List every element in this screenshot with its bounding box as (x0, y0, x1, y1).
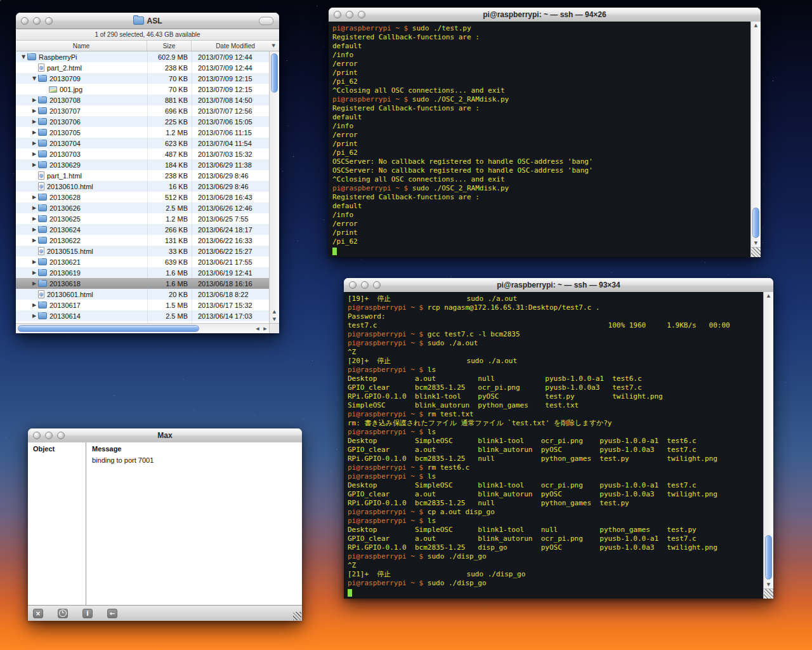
terminal-window-bottom[interactable]: pi@raspberrypi: ~ — ssh — 93×34 [19]+ 停止… (344, 278, 773, 599)
file-row[interactable]: ▼RaspberryPi602.9 MB2013/07/09 12:44 (16, 51, 269, 62)
file-size: 696 KB (147, 107, 192, 115)
scroll-left-icon[interactable]: ◀ (254, 324, 261, 333)
minimize-button[interactable] (346, 11, 353, 18)
file-row[interactable]: @20130515.html33 KB2013/06/22 15:27 (16, 246, 269, 256)
file-row[interactable]: 001.jpg70 KB2013/07/09 12:15 (16, 84, 269, 95)
zoom-button[interactable] (373, 281, 381, 289)
toolbar-toggle-button[interactable] (259, 17, 273, 25)
scroll-up-icon[interactable]: ▲ (751, 22, 761, 29)
file-row[interactable]: ▶201306262.5 MB2013/06/26 12:46 (16, 202, 269, 213)
file-row[interactable]: @part_1.html238 KB2013/06/29 8:46 (16, 170, 269, 181)
file-row[interactable]: ▶20130708881 KB2013/07/08 14:50 (16, 95, 269, 105)
file-row[interactable]: ▶20130624266 KB2013/06/24 18:17 (16, 224, 269, 235)
zoom-button[interactable] (45, 17, 53, 25)
terminal-bottom-content[interactable]: [19]+ 停止 sudo ./a.outpi@raspberrypi ~ $ … (344, 292, 763, 599)
file-row[interactable]: ▶20130707696 KB2013/07/07 12:56 (16, 105, 269, 116)
disclosure-triangle-icon[interactable]: ▶ (30, 216, 38, 222)
disclosure-triangle-icon[interactable]: ▶ (30, 270, 38, 275)
resize-grip[interactable] (763, 588, 773, 599)
disclosure-triangle-icon[interactable]: ▶ (30, 140, 38, 146)
disclosure-triangle-icon[interactable]: ▶ (30, 97, 38, 103)
disclosure-triangle-icon[interactable]: ▶ (30, 162, 38, 168)
zoom-button[interactable] (358, 11, 365, 18)
finder-window[interactable]: ASL 1 of 290 selected, 46.43 GB availabl… (16, 13, 279, 333)
file-row[interactable]: ▶201306181.6 MB2013/06/18 16:16 (16, 278, 269, 289)
disclosure-triangle-icon[interactable]: ▶ (30, 108, 38, 114)
vertical-scrollbar[interactable]: ▲ ▼ (763, 292, 773, 599)
clock-button[interactable] (58, 609, 68, 618)
info-button[interactable]: i (82, 609, 93, 618)
disclosure-triangle-icon[interactable]: ▶ (30, 194, 38, 200)
terminal-top-content[interactable]: pi@raspberrypi ~ $ sudo ./test.pyRegiste… (329, 22, 750, 257)
max-titlebar[interactable]: Max (28, 428, 302, 443)
file-row[interactable]: ▶201306171.5 MB2013/06/17 15:32 (16, 300, 269, 310)
vertical-scrollbar-thumb[interactable] (752, 208, 759, 238)
disclosure-triangle-icon[interactable]: ▶ (30, 237, 38, 243)
terminal-line: /info (332, 51, 750, 60)
disclosure-triangle-icon[interactable]: ▼ (20, 54, 27, 60)
horizontal-scrollbar-thumb[interactable] (18, 325, 199, 332)
vertical-scrollbar[interactable]: ▲ ▼ (269, 51, 279, 323)
scroll-right-icon[interactable]: ▶ (261, 324, 269, 333)
max-message-list[interactable]: binding to port 7001 (28, 455, 302, 605)
file-row[interactable]: ▶201307051.2 MB2013/07/06 11:15 (16, 127, 269, 138)
disclosure-triangle-icon[interactable]: ▼ (30, 76, 38, 81)
vertical-scrollbar-thumb[interactable] (271, 53, 278, 93)
finder-file-list[interactable]: ▼RaspberryPi602.9 MB2013/07/09 12:44@par… (16, 51, 269, 323)
file-row[interactable]: ▶201306142.5 MB2013/06/14 17:03 (16, 310, 269, 321)
file-row[interactable]: ▶201306191.6 MB2013/06/19 12:41 (16, 267, 269, 278)
scroll-up-icon[interactable]: ▲ (764, 292, 773, 300)
scroll-up-icon[interactable]: ▲ (270, 308, 279, 315)
file-row[interactable]: ▶201306251.2 MB2013/06/25 7:55 (16, 213, 269, 224)
file-row[interactable]: ▶20130704623 KB2013/07/04 11:54 (16, 138, 269, 149)
disclosure-triangle-icon[interactable]: ▶ (30, 313, 38, 319)
terminal-window-top[interactable]: pi@raspberrypi: ~ — ssh — 94×26 pi@raspb… (329, 8, 761, 257)
disclosure-triangle-icon[interactable]: ▶ (30, 129, 38, 135)
close-button[interactable] (334, 11, 341, 18)
column-header-date-modified[interactable]: Date Modified ▼ (192, 41, 279, 51)
minimize-button[interactable] (33, 17, 41, 25)
column-header-name[interactable]: Name (16, 41, 147, 51)
horizontal-scrollbar[interactable]: ◀ ▶ (16, 323, 269, 333)
vertical-scrollbar-thumb[interactable] (765, 535, 772, 580)
minimize-button[interactable] (45, 432, 53, 439)
file-row[interactable]: ▶20130703487 KB2013/07/03 15:32 (16, 149, 269, 159)
close-button[interactable] (349, 281, 357, 289)
minimize-button[interactable] (361, 281, 369, 289)
disclosure-triangle-icon[interactable]: ▶ (30, 151, 38, 157)
file-row[interactable]: @part_2.html238 KB2013/07/09 12:44 (16, 62, 269, 73)
terminal-bottom-titlebar[interactable]: pi@raspberrypi: ~ — ssh — 93×34 (344, 278, 773, 293)
file-row[interactable]: @20130610.html16 KB2013/06/29 8:46 (16, 181, 269, 192)
zoom-button[interactable] (57, 432, 65, 439)
scroll-down-icon[interactable]: ▼ (751, 239, 761, 247)
disclosure-triangle-icon[interactable]: ▶ (30, 302, 38, 308)
terminal-line: OSCServer: No callback registered to han… (332, 166, 750, 175)
file-row[interactable]: ▶20130628512 KB2013/06/28 16:43 (16, 192, 269, 202)
column-header-size[interactable]: Size (147, 41, 192, 51)
resize-grip[interactable] (293, 612, 301, 620)
vertical-scrollbar[interactable]: ▲ ▼ (750, 22, 761, 257)
file-row[interactable]: ▶20130706225 KB2013/07/06 15:05 (16, 116, 269, 127)
terminal-top-titlebar[interactable]: pi@raspberrypi: ~ — ssh — 94×26 (329, 8, 761, 22)
clear-button[interactable]: × (33, 609, 43, 618)
file-row[interactable]: @20130601.html20 KB2013/06/18 8:22 (16, 289, 269, 300)
max-window[interactable]: Max Object Message binding to port 7001 … (28, 428, 302, 621)
file-row[interactable]: ▼2013070970 KB2013/07/09 12:15 (16, 73, 269, 84)
resize-grip[interactable] (750, 247, 761, 257)
close-button[interactable] (21, 17, 29, 25)
disclosure-triangle-icon[interactable]: ▶ (30, 119, 38, 124)
scroll-down-icon[interactable]: ▼ (764, 581, 773, 588)
scroll-down-icon[interactable]: ▼ (270, 315, 279, 323)
disclosure-triangle-icon[interactable]: ▶ (30, 259, 38, 265)
file-row[interactable]: ▶20130629184 KB2013/06/29 11:38 (16, 159, 269, 170)
close-button[interactable] (33, 432, 41, 439)
max-message-row[interactable]: binding to port 7001 (28, 455, 302, 465)
disclosure-triangle-icon[interactable]: ▶ (30, 227, 38, 232)
file-row[interactable]: ▶20130622131 KB2013/06/22 16:33 (16, 235, 269, 246)
disclosure-triangle-icon[interactable]: ▶ (30, 281, 38, 286)
folder-icon (38, 118, 47, 125)
file-row[interactable]: ▶20130621639 KB2013/06/21 17:55 (16, 256, 269, 267)
finder-titlebar[interactable]: ASL (16, 13, 279, 29)
disclosure-triangle-icon[interactable]: ▶ (30, 205, 38, 211)
back-button[interactable]: ← (107, 609, 117, 618)
